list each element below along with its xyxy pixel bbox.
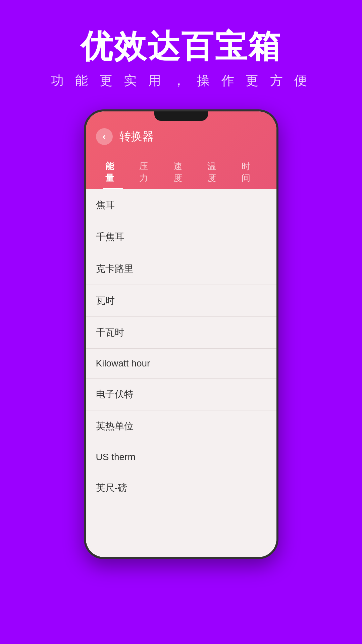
- tab-pressure[interactable]: 压力: [130, 155, 164, 189]
- unit-list: 焦耳 千焦耳 克卡路里 瓦时 千瓦时 Kilowatt hour 电子伏特 英热…: [86, 189, 276, 557]
- list-item[interactable]: 克卡路里: [86, 253, 276, 285]
- app-header-top: ‹ 转换器: [96, 128, 266, 145]
- tab-speed[interactable]: 速度: [164, 155, 198, 189]
- tab-time[interactable]: 时间: [232, 155, 266, 189]
- tab-navigation: 能量 压力 速度 温度 时间: [96, 155, 266, 189]
- app-title: 优效达百宝箱: [81, 27, 282, 65]
- list-item[interactable]: 英尺-磅: [86, 472, 276, 504]
- tab-energy[interactable]: 能量: [96, 155, 130, 189]
- list-item[interactable]: 千瓦时: [86, 317, 276, 349]
- back-icon: ‹: [103, 131, 106, 142]
- app-subtitle: 功 能 更 实 用 ， 操 作 更 方 便: [51, 72, 311, 89]
- list-item-kilowatt-hour[interactable]: Kilowatt hour: [86, 349, 276, 379]
- list-item[interactable]: 千焦耳: [86, 221, 276, 253]
- app-header: ‹ 转换器 能量 压力 速度 温度 时间: [86, 111, 276, 189]
- header-section: 优效达百宝箱 功 能 更 实 用 ， 操 作 更 方 便: [0, 0, 362, 109]
- phone-mockup: ‹ 转换器 能量 压力 速度 温度 时间: [84, 109, 278, 559]
- phone-notch: [154, 111, 208, 121]
- list-item[interactable]: 英热单位: [86, 410, 276, 442]
- back-button[interactable]: ‹: [96, 128, 113, 145]
- list-item[interactable]: 瓦时: [86, 285, 276, 317]
- phone-screen: ‹ 转换器 能量 压力 速度 温度 时间: [86, 111, 276, 557]
- list-item[interactable]: 电子伏特: [86, 379, 276, 410]
- list-item[interactable]: 焦耳: [86, 189, 276, 221]
- screen-title: 转换器: [119, 129, 154, 144]
- list-item-us-therm[interactable]: US therm: [86, 442, 276, 472]
- tab-temperature[interactable]: 温度: [198, 155, 232, 189]
